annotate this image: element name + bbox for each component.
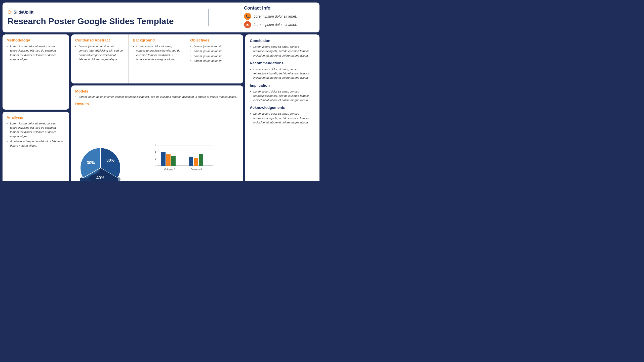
objectives-item-1: Lorem ipsum dolor sit.: [190, 44, 239, 49]
svg-rect-14: [166, 154, 171, 166]
objectives-list: Lorem ipsum dolor sit. Lorem ipsum dolor…: [190, 44, 239, 63]
objectives-item-2: Lorem ipsum dolor sit: [190, 49, 239, 53]
phone-icon: 📞: [244, 13, 251, 20]
svg-text:30%: 30%: [87, 161, 95, 165]
condensed-abstract-list: Lorem ipsum dolor sit amet, consec tetur…: [75, 44, 124, 62]
svg-rect-16: [189, 157, 193, 166]
contact-info: Contact Info 📞 Lorem ipsum dolor sit ame…: [244, 6, 314, 29]
header: ⟳ SlideUplift Research Poster Google Sli…: [3, 3, 319, 32]
svg-text:30%: 30%: [106, 158, 114, 162]
analysis-title: Anallysis: [7, 115, 65, 119]
conclusion-item: Lorem ipsum dolor sit amet, consec tetur…: [250, 45, 315, 58]
main-content: Methodology Lorem ipsum dolor sit amet, …: [3, 34, 319, 181]
mail-icon: ✉: [244, 21, 251, 28]
contact-phone-row: 📞 Lorem ipsum dolor sit amet.: [244, 13, 314, 20]
implication-list: Lorem ipsum dolor sit amet, consec tetur…: [250, 89, 315, 103]
svg-rect-17: [194, 158, 198, 166]
implication-item: Lorem ipsum dolor sit amet, consec tetur…: [250, 89, 315, 103]
acknowledgements-item: Lorem ipsum dolor sit amet, consec tetur…: [250, 112, 315, 125]
top-center-panel: Condensd Abstract Lorem ipsum dolor sit …: [71, 34, 243, 83]
condensed-abstract-title: Condensd Abstract: [75, 38, 124, 42]
objectives-item-4: Lorem ipsum dolor sit: [190, 59, 239, 63]
background-title: Background: [133, 38, 182, 42]
pie-chart: 30% 30% 40%: [75, 143, 120, 181]
conclusion-section: Conclusion Lorem ipsum dolor sit amet, c…: [250, 38, 315, 58]
recommendations-list: Lorem ipsum dolor sit amet, consec tetur…: [250, 67, 315, 80]
methodology-card: Methodology Lorem ipsum dolor sit amet, …: [3, 34, 69, 110]
svg-text:Category 3: Category 3: [191, 168, 202, 170]
implication-section: Implication Lorem ipsum dolor sit amet, …: [250, 83, 315, 103]
models-title: Models: [75, 89, 239, 93]
svg-text:6: 6: [155, 144, 156, 147]
methodology-title: Methodology: [7, 38, 65, 42]
methodology-item: Lorem ipsum dolor sit amet, consec tetur…: [7, 44, 65, 62]
analysis-list: Lorem ipsum dolor sit amet, consec tetur…: [7, 121, 65, 148]
center-column: Condensd Abstract Lorem ipsum dolor sit …: [71, 34, 243, 181]
recommendations-title: Recommendations: [250, 61, 315, 65]
objectives-title: Objectives: [190, 38, 239, 42]
results-title: Results: [75, 102, 239, 106]
acknowledgements-section: Acknowledgements Lorem ipsum dolor sit a…: [250, 105, 315, 125]
analysis-item-2: do eiusmod tempor incididunt ut labore e…: [7, 139, 65, 148]
charts-row: 30% 30% 40% 6 4: [75, 107, 239, 181]
svg-rect-18: [199, 154, 203, 166]
pie-chart-svg: 30% 30% 40%: [75, 143, 126, 181]
implication-title: Implication: [250, 83, 315, 87]
objectives-item-3: Lorem ipsum dolor sit: [190, 54, 239, 58]
contact-email-text: Lorem ipsum dolor sit amet.: [254, 23, 297, 27]
conclusion-title: Conclusion: [250, 38, 315, 43]
svg-rect-15: [171, 156, 176, 166]
main-title: Research Poster Google Slides Template: [8, 17, 174, 26]
logo-area: ⟳ SlideUplift: [8, 9, 174, 16]
bar-chart-svg: 6 4 2 0 C: [126, 143, 239, 181]
logo-icon: ⟳: [8, 9, 12, 16]
svg-text:4: 4: [155, 151, 156, 153]
models-list: Lorem ipsum dolor sit amet, consec tetur…: [75, 95, 239, 100]
methodology-list: Lorem ipsum dolor sit amet, consec tetur…: [7, 44, 65, 62]
header-left: ⟳ SlideUplift Research Poster Google Sli…: [8, 9, 174, 26]
contact-title: Contact Info: [244, 6, 314, 11]
background-section: Background Lorem ipsum dolor sit amet, c…: [129, 34, 186, 83]
acknowledgements-title: Acknowledgements: [250, 105, 315, 110]
recommendations-item: Lorem ipsum dolor sit amet, consec tetur…: [250, 67, 315, 80]
contact-email-row: ✉ Lorem ipsum dolor sit amet.: [244, 21, 314, 28]
svg-rect-13: [161, 152, 166, 166]
analysis-item-1: Lorem ipsum dolor sit amet, consec tetur…: [7, 121, 65, 139]
right-column: Conclusion Lorem ipsum dolor sit amet, c…: [245, 34, 319, 181]
recommendations-section: Recommendations Lorem ipsum dolor sit am…: [250, 61, 315, 80]
analysis-card: Anallysis Lorem ipsum dolor sit amet, co…: [3, 112, 69, 181]
models-item: Lorem ipsum dolor sit amet, consec tetur…: [75, 95, 239, 99]
svg-text:40%: 40%: [96, 176, 104, 180]
models-results-panel: Models Lorem ipsum dolor sit amet, conse…: [71, 85, 243, 181]
background-item: Lorem ipsum dolor sit amet, consec tetur…: [133, 44, 182, 62]
conclusion-list: Lorem ipsum dolor sit amet, consec tetur…: [250, 45, 315, 58]
svg-text:Category 1: Category 1: [164, 168, 175, 170]
contact-phone-text: Lorem ipsum dolor sit amet.: [254, 14, 297, 18]
objectives-section: Objectives Lorem ipsum dolor sit. Lorem …: [186, 34, 243, 83]
bar-chart: 6 4 2 0 C: [126, 143, 239, 181]
background-list: Lorem ipsum dolor sit amet, consec tetur…: [133, 44, 182, 62]
header-divider: [209, 9, 209, 26]
svg-text:0: 0: [155, 164, 156, 167]
condensed-abstract-section: Condensd Abstract Lorem ipsum dolor sit …: [71, 34, 129, 83]
logo-text: SlideUplift: [14, 10, 33, 15]
acknowledgements-list: Lorem ipsum dolor sit amet, consec tetur…: [250, 112, 315, 125]
left-column: Methodology Lorem ipsum dolor sit amet, …: [3, 34, 69, 181]
condensed-abstract-item: Lorem ipsum dolor sit amet, consec tetur…: [75, 44, 124, 62]
svg-text:2: 2: [155, 158, 156, 160]
